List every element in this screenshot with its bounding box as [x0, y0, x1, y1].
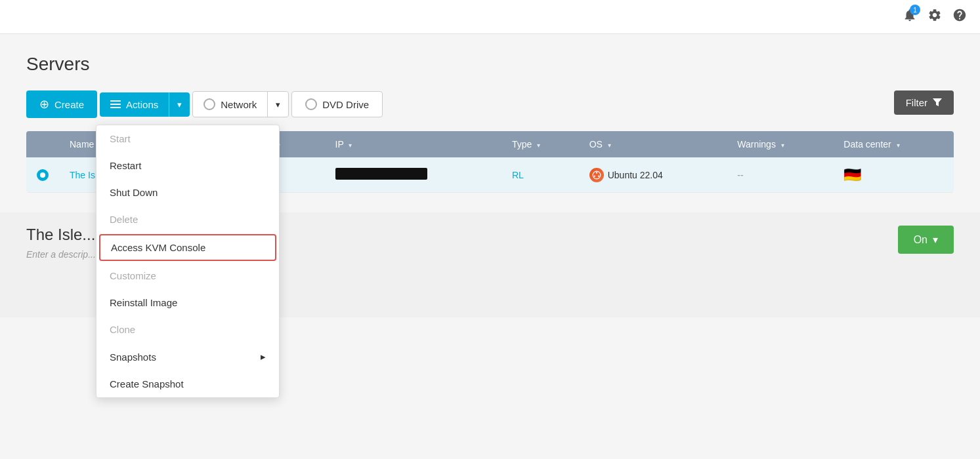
plus-icon: ⊕: [39, 97, 49, 111]
kvm-label: Access KVM Console: [111, 242, 205, 253]
filter-label: Filter: [906, 97, 927, 108]
on-caret-icon: ▾: [933, 233, 938, 246]
create-snapshot-label: Create Snapshot: [110, 378, 184, 389]
network-group: Network ▾: [192, 91, 289, 117]
shutdown-label: Shut Down: [110, 187, 158, 198]
row-type: RL: [501, 157, 579, 193]
col-os: OS ▾: [579, 131, 727, 157]
dvd-drive-label: DVD Drive: [322, 99, 369, 110]
actions-group: Actions ▾: [100, 92, 190, 117]
menu-item-clone[interactable]: Clone: [96, 316, 279, 343]
svg-marker-3: [933, 98, 942, 106]
type-sort-icon: ▾: [537, 142, 540, 149]
restart-label: Restart: [110, 160, 141, 171]
actions-button[interactable]: Actions: [100, 92, 169, 117]
create-label: Create: [54, 99, 84, 110]
col-datacenter: Data center ▾: [833, 131, 954, 157]
notification-bell[interactable]: 1: [903, 8, 917, 26]
filter-icon: [933, 97, 942, 108]
col-type: Type ▾: [501, 131, 579, 157]
menu-item-start[interactable]: Start: [96, 125, 279, 152]
ubuntu-icon: [589, 168, 604, 182]
col-warnings: Warnings ▾: [727, 131, 833, 157]
settings-icon[interactable]: [927, 8, 942, 26]
dvd-drive-button[interactable]: DVD Drive: [291, 91, 383, 117]
network-label: Network: [221, 99, 257, 110]
radio-selected-icon: [37, 169, 49, 181]
toolbar: ⊕ Create Actions ▾ Networ: [26, 90, 954, 118]
start-label: Start: [110, 133, 131, 144]
help-icon[interactable]: [952, 8, 967, 26]
on-label: On: [914, 234, 927, 246]
row-warnings: --: [727, 157, 833, 193]
page-title: Servers: [26, 54, 954, 75]
svg-point-7: [593, 175, 595, 176]
customize-label: Customize: [110, 270, 156, 281]
detail-server-name: The Isle...: [26, 226, 96, 244]
menu-item-restart[interactable]: Restart: [96, 152, 279, 179]
svg-rect-1: [110, 104, 121, 105]
page-content: Servers ⊕ Create Actions ▾: [0, 34, 980, 212]
clone-label: Clone: [110, 324, 135, 335]
list-icon: [110, 99, 121, 110]
menu-item-shutdown[interactable]: Shut Down: [96, 179, 279, 206]
svg-rect-2: [110, 107, 121, 108]
snapshots-caret: ▸: [261, 351, 266, 363]
menu-item-customize[interactable]: Customize: [96, 262, 279, 289]
warnings-sort-icon: ▾: [781, 142, 784, 149]
snapshots-label: Snapshots: [110, 351, 156, 363]
ip-sort-icon: ▾: [349, 142, 352, 149]
menu-item-create-snapshot[interactable]: Create Snapshot: [96, 370, 279, 397]
detail-actions: On ▾: [898, 226, 954, 254]
svg-point-5: [596, 172, 597, 173]
actions-label: Actions: [126, 99, 158, 110]
detail-info: The Isle... Enter a descrip...: [26, 226, 96, 260]
os-name: Ubuntu 22.04: [608, 170, 663, 180]
os-sort-icon: ▾: [608, 142, 611, 149]
svg-rect-0: [110, 100, 121, 102]
power-on-button[interactable]: On ▾: [898, 226, 954, 254]
globe-icon: [203, 98, 215, 110]
network-dropdown-toggle[interactable]: ▾: [267, 92, 288, 117]
menu-item-reinstall[interactable]: Reinstall Image: [96, 289, 279, 316]
caret-icon: ▾: [177, 100, 182, 110]
network-button[interactable]: Network: [193, 92, 267, 117]
row-radio[interactable]: [26, 157, 59, 193]
delete-label: Delete: [110, 214, 138, 225]
row-ip: [325, 157, 501, 193]
os-info: Ubuntu 22.04: [589, 168, 663, 182]
actions-dropdown-toggle[interactable]: ▾: [169, 92, 190, 117]
col-ip: IP ▾: [325, 131, 501, 157]
ip-redacted-bar: [335, 168, 427, 180]
top-bar: 1: [0, 0, 980, 34]
create-button[interactable]: ⊕ Create: [26, 90, 97, 118]
de-flag-icon: 🇩🇪: [843, 167, 861, 183]
row-os: Ubuntu 22.04: [579, 157, 727, 193]
reinstall-label: Reinstall Image: [110, 297, 177, 308]
type-badge: RL: [512, 170, 524, 180]
filter-button[interactable]: Filter: [894, 90, 954, 115]
svg-point-6: [598, 175, 599, 176]
notification-badge: 1: [910, 5, 920, 15]
menu-item-delete[interactable]: Delete: [96, 206, 279, 233]
disc-icon: [305, 98, 317, 110]
detail-description: Enter a descrip...: [26, 249, 96, 260]
warnings-value: --: [737, 170, 743, 180]
actions-dropdown-menu: Start Restart Shut Down Delete Access KV…: [96, 125, 280, 398]
menu-item-kvm[interactable]: Access KVM Console: [99, 234, 276, 261]
dc-sort-icon: ▾: [897, 142, 900, 149]
network-caret-icon: ▾: [276, 100, 280, 110]
menu-item-snapshots[interactable]: Snapshots ▸: [96, 343, 279, 370]
row-datacenter: 🇩🇪: [833, 157, 954, 193]
